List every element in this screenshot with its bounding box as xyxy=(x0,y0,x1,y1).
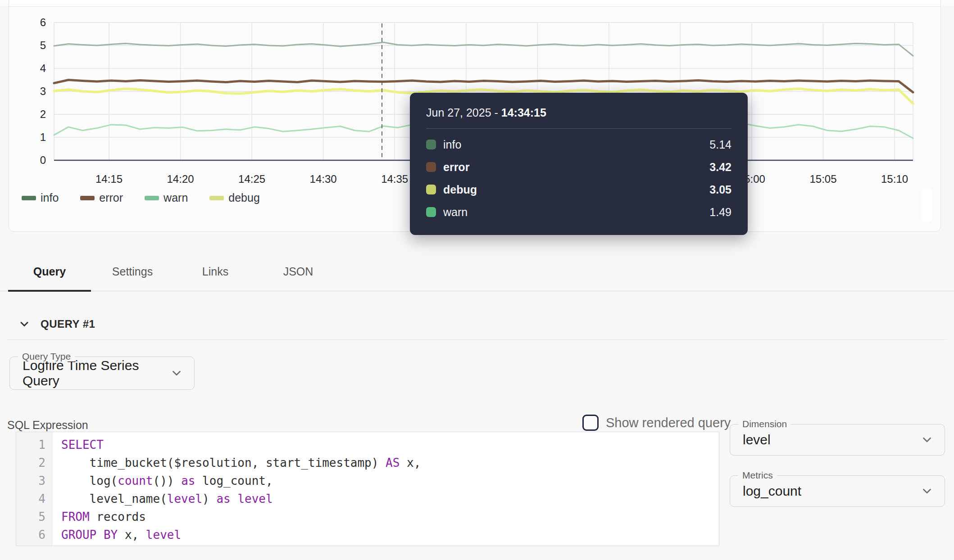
tooltip-series-value: 5.14 xyxy=(709,138,731,151)
tooltip-series-label: info xyxy=(443,138,461,151)
chart-legend: infoerrorwarndebug xyxy=(22,191,260,204)
line-number: 2 xyxy=(16,454,45,472)
legend-swatch xyxy=(209,196,224,200)
chevron-down-icon xyxy=(170,366,183,380)
legend-label: info xyxy=(41,191,59,204)
scrollbar-thumb[interactable] xyxy=(921,188,932,221)
tooltip-timestamp: Jun 27, 2025 - 14:34:15 xyxy=(426,106,731,119)
code-line: time_bucket($resolution, start_timestamp… xyxy=(61,454,719,472)
query-type-select[interactable]: Query Type Logfire Time Series Query xyxy=(9,357,195,390)
query-1-title: QUERY #1 xyxy=(41,318,95,330)
chevron-down-icon xyxy=(920,484,934,498)
x-tick-label: 14:20 xyxy=(158,173,203,185)
tab-label: Settings xyxy=(112,265,153,278)
y-tick-label: 2 xyxy=(28,108,46,121)
tab-label: JSON xyxy=(283,265,313,278)
tooltip-row-debug: debug3.05 xyxy=(426,183,731,196)
chevron-down-icon[interactable] xyxy=(18,318,31,330)
tooltip-row-warn: warn1.49 xyxy=(426,206,731,219)
tooltip-row-info: info5.14 xyxy=(426,138,731,151)
series-info xyxy=(54,42,913,56)
legend-item-info[interactable]: info xyxy=(22,191,59,204)
y-tick-label: 3 xyxy=(28,85,46,98)
x-tick-label: 15:10 xyxy=(872,173,917,185)
legend-label: warn xyxy=(164,191,188,204)
tab-label: Query xyxy=(33,265,66,278)
line-numbers: 123456 xyxy=(16,432,52,546)
tooltip-swatch xyxy=(426,207,436,217)
x-tick-label: 15:05 xyxy=(801,173,846,185)
tab-label: Links xyxy=(202,265,228,278)
query-section-divider xyxy=(7,339,947,340)
y-tick-label: 5 xyxy=(28,39,46,52)
chevron-down-icon xyxy=(920,433,934,447)
legend-item-debug[interactable]: debug xyxy=(209,191,260,204)
tooltip-swatch xyxy=(426,185,436,194)
panel-editor-tabs: QuerySettingsLinksJSON xyxy=(8,252,340,291)
tooltip-series-value: 3.05 xyxy=(709,183,731,196)
legend-swatch xyxy=(80,196,95,200)
show-rendered-query-row: Show rendered query xyxy=(582,415,731,431)
line-number: 3 xyxy=(16,472,45,490)
tooltip-series-label: error xyxy=(443,161,469,174)
code-line: log(count()) as log_count, xyxy=(61,472,719,490)
tooltip-series-label: warn xyxy=(443,206,468,219)
x-tick-label: 14:25 xyxy=(229,173,274,185)
query-type-label: Query Type xyxy=(18,352,75,361)
line-number: 4 xyxy=(16,490,45,508)
legend-item-error[interactable]: error xyxy=(80,191,123,204)
line-number: 6 xyxy=(16,526,45,544)
y-tick-label: 6 xyxy=(28,16,46,29)
sql-code-editor[interactable]: 123456 SELECT time_bucket($resolution, s… xyxy=(16,432,719,546)
show-rendered-query-label: Show rendered query xyxy=(606,415,731,430)
sql-code[interactable]: SELECT time_bucket($resolution, start_ti… xyxy=(52,432,719,546)
legend-swatch xyxy=(145,196,159,200)
legend-label: error xyxy=(99,191,123,204)
y-tick-label: 1 xyxy=(28,131,46,144)
sql-expression-label: SQL Expression xyxy=(7,419,88,432)
code-line: GROUP BY x, level xyxy=(61,526,719,544)
legend-label: debug xyxy=(228,191,260,204)
line-number: 1 xyxy=(16,436,45,454)
chart-tooltip: Jun 27, 2025 - 14:34:15 info5.14error3.4… xyxy=(410,93,748,235)
tab-json[interactable]: JSON xyxy=(257,252,340,291)
tooltip-divider xyxy=(426,128,731,129)
tab-query[interactable]: Query xyxy=(8,252,91,291)
code-line: FROM records xyxy=(61,508,719,526)
metrics-label: Metrics xyxy=(738,470,777,480)
line-number: 5 xyxy=(16,508,45,526)
query-type-value: Logfire Time Series Query xyxy=(23,358,170,388)
dimension-label: Dimension xyxy=(738,419,791,429)
show-rendered-query-checkbox[interactable] xyxy=(582,415,599,431)
legend-item-warn[interactable]: warn xyxy=(145,191,188,204)
tabbar-divider xyxy=(0,291,954,291)
query-1-header[interactable]: QUERY #1 xyxy=(18,318,95,330)
tab-settings[interactable]: Settings xyxy=(91,252,174,291)
tooltip-series-value: 1.49 xyxy=(709,206,731,219)
code-line: SELECT xyxy=(61,436,719,454)
tab-links[interactable]: Links xyxy=(174,252,257,291)
metrics-value: log_count xyxy=(743,483,801,499)
y-tick-label: 4 xyxy=(28,62,46,75)
active-tab-indicator xyxy=(8,290,91,292)
tooltip-row-error: error3.42 xyxy=(426,161,731,174)
x-tick-label: 14:30 xyxy=(301,173,346,185)
tooltip-series-value: 3.42 xyxy=(709,161,731,174)
code-line: level_name(level) as level xyxy=(61,490,719,508)
tooltip-swatch xyxy=(426,162,436,172)
dimension-select[interactable]: Dimension level xyxy=(730,424,945,456)
x-tick-label: 14:15 xyxy=(86,173,132,185)
y-tick-label: 0 xyxy=(28,154,46,167)
metrics-select[interactable]: Metrics log_count xyxy=(730,475,945,507)
dimension-value: level xyxy=(743,432,771,447)
tooltip-swatch xyxy=(426,140,436,149)
legend-swatch xyxy=(22,196,36,200)
tooltip-series-label: debug xyxy=(443,183,477,196)
